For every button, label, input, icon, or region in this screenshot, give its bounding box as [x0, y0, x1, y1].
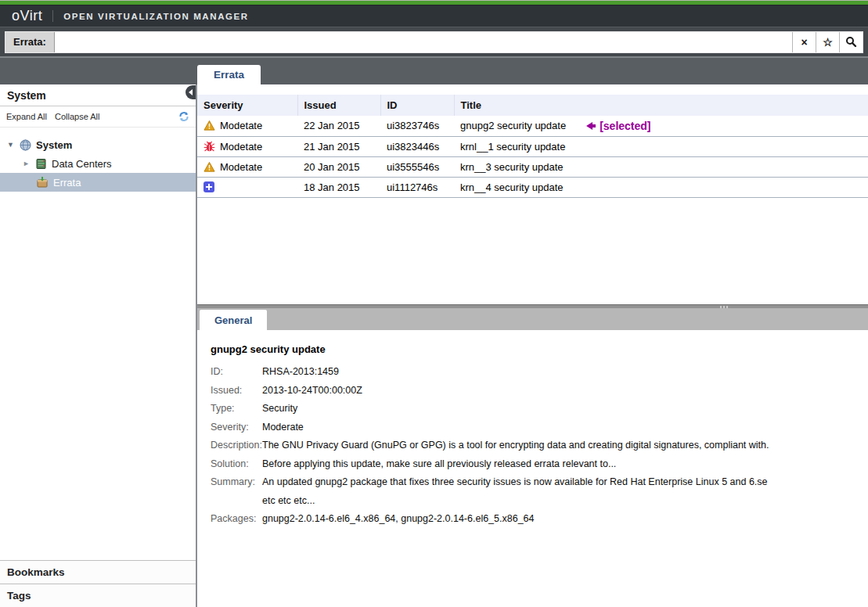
detail-row-solution: Solution: Before applying this update, m…	[211, 459, 852, 470]
chevron-right-icon[interactable]: ►	[23, 160, 31, 167]
tree-item-system[interactable]: ▼ System	[0, 135, 196, 154]
tree-controls: Expand All Collapse All	[0, 106, 196, 128]
severity-text: Modetate	[220, 141, 262, 153]
selected-annotation-label: [selected]	[600, 120, 650, 132]
table-row[interactable]: Modetate 21 Jan 2015 ui3823446s krnl__1 …	[197, 136, 868, 156]
bug-icon	[203, 141, 215, 153]
main-content: Severity Issued ID Title	[197, 84, 868, 607]
detail-label: ID:	[211, 367, 262, 378]
clear-search-button[interactable]: ×	[792, 32, 816, 52]
search-input[interactable]	[55, 32, 792, 52]
detail-row-summary: Summary: An updated gnupg2 package that …	[211, 477, 852, 488]
detail-value: etc etc etc...	[262, 496, 315, 507]
expand-all-link[interactable]: Expand All	[6, 112, 47, 121]
detail-row-packages: Packages: gnupg2-2.0.14-6.el6_4.x86_64, …	[211, 514, 852, 525]
logo-divider	[52, 10, 53, 22]
warning-icon	[203, 161, 215, 173]
tree-item-errata[interactable]: Errata	[0, 173, 196, 192]
datacenter-icon	[35, 158, 47, 170]
sidebar-collapse-button[interactable]	[185, 85, 196, 99]
id-cell: ui3555546s	[380, 156, 454, 177]
search-button[interactable]	[839, 32, 863, 52]
title-cell: gnupg2 security update	[460, 120, 566, 131]
detail-label: Issued:	[211, 386, 262, 397]
tree-item-errata-label: Errata	[53, 177, 81, 189]
issued-cell: 22 Jan 2015	[297, 116, 380, 136]
tree-item-system-label: System	[36, 139, 72, 151]
detail-pane: gnupg2 security update ID: RHSA-2013:145…	[197, 330, 868, 607]
detail-tab-bar: General	[197, 308, 868, 330]
bookmarks-label: Bookmarks	[7, 566, 65, 578]
tree-item-data-centers[interactable]: ► Data Centers	[0, 154, 196, 173]
column-header-title[interactable]: Title	[454, 95, 868, 116]
table-row[interactable]: Modetate 20 Jan 2015 ui3555546s krn__3 s…	[197, 156, 868, 177]
id-cell: ui3823446s	[380, 136, 454, 156]
warning-icon	[203, 120, 215, 131]
errata-table: Severity Issued ID Title	[197, 95, 868, 198]
detail-label: Severity:	[211, 422, 262, 433]
detail-row-severity: Severity: Moderate	[211, 422, 852, 433]
search-box: Errata: × ☆	[5, 31, 863, 53]
package-icon	[36, 176, 49, 189]
search-scope-label: Errata:	[5, 32, 55, 52]
left-arrow-shaft	[592, 124, 596, 128]
tags-label: Tags	[7, 590, 31, 602]
left-arrow-icon	[586, 122, 592, 130]
collapse-left-arrow-icon	[189, 89, 193, 95]
star-icon: ☆	[823, 36, 833, 48]
title-cell: krn__4 security update	[454, 177, 868, 197]
close-icon: ×	[801, 36, 807, 48]
detail-row-issued: Issued: 2013-10-24T00:00:00Z	[211, 386, 852, 397]
id-cell: ui3823746s	[380, 116, 454, 136]
sidebar-spacer	[0, 192, 196, 560]
ovirt-logo: oVirt	[12, 8, 42, 24]
detail-label	[211, 496, 262, 507]
detail-row-id: ID: RHSA-2013:1459	[211, 367, 852, 378]
collapse-all-link[interactable]: Collapse All	[55, 112, 99, 121]
detail-title: gnupg2 security update	[211, 343, 852, 355]
detail-label: Solution:	[211, 459, 262, 470]
title-cell: krn__3 security update	[454, 156, 868, 177]
table-header-row: Severity Issued ID Title	[197, 95, 868, 116]
product-name: OPEN VIRTUALIZATION MANAGER	[63, 12, 249, 21]
tab-general-label: General	[214, 314, 252, 326]
tags-section-header[interactable]: Tags	[0, 584, 196, 607]
tree-item-data-centers-label: Data Centers	[52, 158, 112, 170]
detail-label: Packages:	[211, 514, 262, 525]
detail-row-summary-continued: etc etc etc...	[211, 496, 852, 507]
issued-cell: 18 Jan 2015	[297, 177, 380, 197]
masthead: oVirt OPEN VIRTUALIZATION MANAGER	[0, 5, 868, 27]
bookmark-search-button[interactable]: ☆	[816, 32, 839, 52]
tab-errata-label: Errata	[214, 69, 244, 81]
detail-label: Type:	[211, 404, 262, 415]
search-bar: Errata: × ☆	[0, 27, 868, 56]
table-row[interactable]: 18 Jan 2015 ui1112746s krn__4 security u…	[197, 177, 868, 197]
chevron-down-icon[interactable]: ▼	[7, 141, 15, 149]
detail-row-type: Type: Security	[211, 404, 852, 415]
tab-general[interactable]: General	[200, 310, 267, 330]
system-tree: ▼ System ►	[0, 128, 196, 192]
table-row[interactable]: Modetate 22 Jan 2015 ui3823746s gnupg2 s…	[197, 116, 868, 136]
detail-value: An updated gnupg2 package that fixes thr…	[262, 477, 768, 488]
detail-value: gnupg2-2.0.14-6.el6_4.x86_64, gnupg2-2.0…	[262, 514, 535, 525]
bookmarks-section-header[interactable]: Bookmarks	[0, 560, 196, 584]
detail-value: Security	[262, 404, 297, 415]
detail-row-description: Description: The GNU Privacy Guard (GnuP…	[211, 440, 852, 451]
magnifier-icon	[845, 36, 857, 48]
detail-value: RHSA-2013:1459	[262, 367, 339, 378]
column-header-id[interactable]: ID	[380, 95, 454, 116]
detail-value: 2013-10-24T00:00:00Z	[262, 386, 362, 397]
detail-value: Moderate	[262, 422, 304, 433]
globe-icon	[20, 139, 31, 151]
detail-value: The GNU Privacy Guard (GnuPG or GPG) is …	[262, 440, 769, 451]
title-cell: krnl__1 security update	[454, 136, 868, 156]
detail-value: Before applying this update, make sure a…	[262, 459, 616, 470]
detail-label: Description:	[211, 440, 262, 451]
column-header-issued[interactable]: Issued	[297, 95, 380, 116]
column-header-severity[interactable]: Severity	[197, 95, 297, 116]
sidebar-title: System	[0, 84, 196, 106]
errata-table-container: Severity Issued ID Title	[197, 84, 868, 304]
refresh-icon[interactable]	[178, 111, 189, 122]
issued-cell: 21 Jan 2015	[297, 136, 380, 156]
tab-errata[interactable]: Errata	[197, 65, 261, 84]
